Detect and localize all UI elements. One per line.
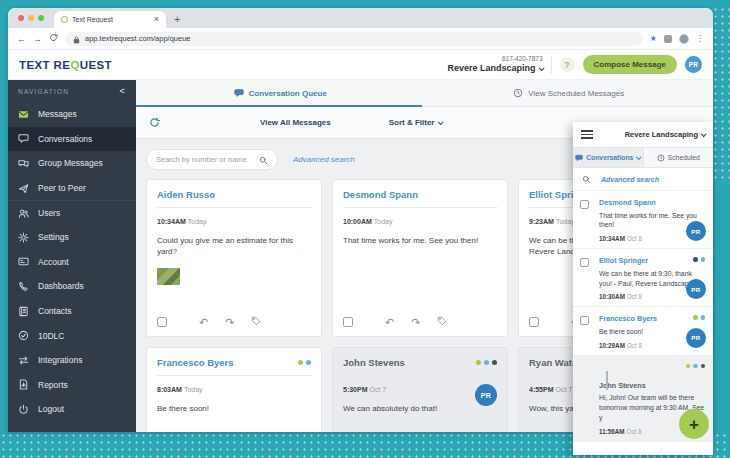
sidebar-item-peer-to-peer[interactable]: Peer to Peer: [8, 176, 136, 201]
sidebar-item-logout[interactable]: Logout: [8, 397, 136, 422]
forward-icon[interactable]: ↷: [225, 317, 234, 328]
sidebar-collapse-icon[interactable]: <: [120, 86, 126, 96]
contact-name[interactable]: John Stevens: [599, 381, 705, 390]
close-window-button[interactable]: [18, 15, 24, 21]
status-dots: [473, 360, 497, 365]
new-tab-button[interactable]: +: [174, 13, 180, 25]
overlay-tab-conversations[interactable]: Conversations: [573, 148, 644, 167]
forward-icon[interactable]: ↷: [411, 317, 420, 328]
card-actions: ↶ ↷: [343, 316, 497, 328]
sidebar-item-contacts[interactable]: Contacts: [8, 299, 136, 324]
select-checkbox[interactable]: [157, 317, 167, 327]
select-checkbox[interactable]: [580, 200, 589, 209]
browser-tab[interactable]: Text Request ×: [54, 11, 166, 28]
conversation-card-john-stevens[interactable]: John Stevens 5:30PMOct 7 PR We can absol…: [332, 347, 508, 432]
tag-icon[interactable]: [251, 316, 261, 328]
attachment-thumbnail[interactable]: [157, 268, 180, 285]
new-message-fab[interactable]: +: [679, 409, 709, 439]
sidebar-item-label: Users: [38, 208, 60, 218]
conversation-card-francesco-byers[interactable]: Francesco Byers 8:03AMToday Be there soo…: [146, 347, 322, 432]
sidebar-item-label: 10DLC: [38, 331, 64, 341]
queue-tab-bar: Conversation Queue View Scheduled Messag…: [136, 80, 713, 107]
chevron-down-icon: [701, 131, 707, 137]
header-divider: [551, 56, 552, 74]
list-item-francesco-byers[interactable]: Francesco Byers Be there soon! 10:29AMOc…: [573, 307, 713, 355]
textrequest-logo: TEXT REQUEST: [19, 59, 112, 71]
select-checkbox[interactable]: [606, 371, 608, 390]
compose-message-button[interactable]: Compose Message: [583, 55, 677, 74]
contact-name[interactable]: Desmond Spann: [599, 198, 705, 207]
conversation-card-aiden-russo[interactable]: Aiden Russo 10:34AMToday Could you give …: [146, 179, 322, 337]
url-bar[interactable]: app.textrequest.com/app/queue: [65, 32, 643, 46]
sidebar-item-10dlc[interactable]: 10DLC: [8, 323, 136, 348]
chat-bubble-icon: [575, 154, 583, 162]
refresh-icon[interactable]: [149, 117, 160, 128]
search-icon: [259, 151, 268, 169]
overlay-tab-scheduled[interactable]: Scheduled: [644, 148, 714, 167]
sidebar-item-account[interactable]: Account: [8, 250, 136, 275]
report-file-icon: [18, 379, 29, 390]
tab-conversation-queue[interactable]: Conversation Queue: [136, 80, 425, 106]
conversation-card-desmond-spann[interactable]: Desmond Spann 10:00AMToday That time wor…: [332, 179, 508, 337]
bookmark-star-icon[interactable]: ★: [650, 34, 657, 43]
tag-icon[interactable]: [437, 316, 447, 328]
chat-bubble-icon: [18, 133, 29, 144]
list-item-desmond-spann[interactable]: Desmond Spann That time works for me. Se…: [573, 191, 713, 249]
clock-icon: [513, 88, 523, 98]
extensions-icon[interactable]: [664, 35, 672, 43]
contact-name[interactable]: John Stevens: [343, 357, 405, 368]
list-item-elliot-springer[interactable]: Elliot Springer We can be there at 9:30,…: [573, 249, 713, 307]
tab-view-scheduled-messages[interactable]: View Scheduled Messages: [425, 80, 714, 106]
tab-close-icon[interactable]: ×: [154, 15, 159, 24]
sidebar-item-messages[interactable]: Messages: [8, 102, 136, 127]
message-preview: We can absolutely do that!: [343, 403, 497, 414]
sidebar-item-dashboards[interactable]: Dashboards: [8, 274, 136, 299]
hamburger-menu-icon[interactable]: [581, 130, 593, 139]
blue-status-dot: [701, 257, 706, 262]
blue-status-dot: [693, 364, 698, 369]
browser-menu-icon[interactable]: ⋮: [696, 34, 704, 43]
search-input[interactable]: Search by number or name: [146, 149, 278, 170]
select-checkbox[interactable]: [529, 317, 539, 327]
contact-name[interactable]: Francesco Byers: [157, 357, 234, 368]
help-button[interactable]: ?: [560, 57, 575, 72]
select-checkbox[interactable]: [343, 317, 353, 327]
forward-icon[interactable]: →: [33, 34, 42, 44]
user-avatar[interactable]: PR: [685, 56, 702, 73]
sidebar-item-label: Account: [38, 257, 69, 267]
tab-label: View Scheduled Messages: [528, 89, 624, 98]
sidebar-item-reports[interactable]: Reports: [8, 373, 136, 398]
maximize-window-button[interactable]: [38, 15, 44, 21]
blue-status-dot: [484, 360, 489, 365]
lock-icon: [73, 30, 80, 48]
reply-icon[interactable]: ↶: [385, 317, 394, 328]
reload-icon[interactable]: [49, 33, 58, 44]
mobile-preview-panel: Revere Landscaping Conversations Schedul…: [573, 122, 713, 455]
sidebar-item-settings[interactable]: Settings: [8, 225, 136, 250]
search-icon[interactable]: [582, 170, 591, 188]
sidebar-item-label: Reports: [38, 380, 68, 390]
account-switcher[interactable]: 617-420-7873 Revere Landscaping: [448, 55, 543, 74]
green-status-dot: [693, 315, 698, 320]
select-checkbox[interactable]: [580, 316, 589, 325]
advanced-search-link[interactable]: Advanced search: [601, 176, 659, 183]
advanced-search-link[interactable]: Advanced search: [293, 155, 355, 164]
search-placeholder: Search by number or name: [156, 155, 259, 164]
users-icon: [18, 208, 29, 219]
contact-name[interactable]: Desmond Spann: [343, 189, 418, 200]
contact-name[interactable]: Aiden Russo: [157, 189, 215, 200]
browser-profile-avatar[interactable]: [679, 34, 689, 44]
green-status-dot: [298, 360, 303, 365]
sort-filter-dropdown[interactable]: Sort & Filter: [389, 118, 443, 127]
view-all-messages-button[interactable]: View All Messages: [260, 118, 331, 127]
back-icon[interactable]: ←: [17, 34, 26, 44]
sidebar-item-group-messages[interactable]: Group Messages: [8, 151, 136, 176]
select-checkbox[interactable]: [580, 258, 589, 267]
overlay-account-switcher[interactable]: Revere Landscaping: [625, 130, 705, 139]
check-circle-icon: [18, 330, 29, 341]
sidebar-item-users[interactable]: Users: [8, 200, 136, 225]
sidebar-item-integrations[interactable]: Integrations: [8, 348, 136, 373]
sidebar-item-conversations[interactable]: Conversations: [8, 127, 136, 152]
minimize-window-button[interactable]: [28, 15, 34, 21]
reply-icon[interactable]: ↶: [199, 317, 208, 328]
